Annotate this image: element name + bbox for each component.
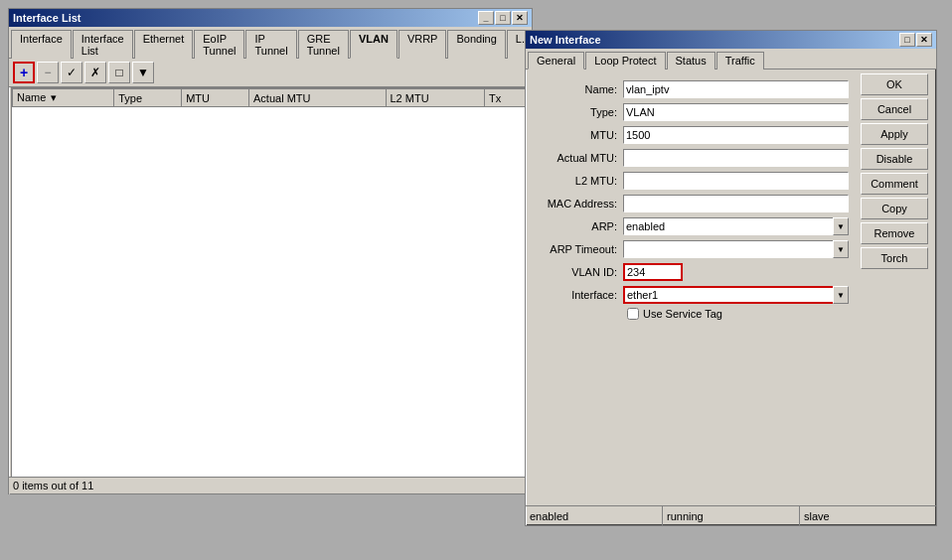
interface-list-tab-bar: Interface Interface List Ethernet EoIP T…: [9, 27, 532, 59]
dialog-status-bar: enabled running slave: [526, 505, 936, 525]
vlan-id-row: VLAN ID:: [534, 262, 849, 282]
name-input[interactable]: [623, 80, 849, 98]
arp-timeout-label: ARP Timeout:: [534, 243, 623, 255]
tab-vlan[interactable]: VLAN: [350, 30, 397, 59]
comment-button[interactable]: □: [108, 62, 130, 83]
check-button[interactable]: ✓: [61, 62, 82, 83]
type-input[interactable]: [623, 103, 849, 121]
status-slave: slave: [800, 506, 936, 525]
arp-select[interactable]: enabled disabled proxy-arp reply-only: [623, 217, 849, 235]
cancel-button[interactable]: Cancel: [861, 98, 928, 120]
dialog-close-button[interactable]: ✕: [916, 33, 932, 47]
use-service-tag-row: Use Service Tag: [627, 308, 849, 320]
dialog-body: General Loop Protect Status Traffic Name…: [526, 49, 936, 525]
comment-button[interactable]: Comment: [861, 173, 928, 195]
dialog-tab-traffic[interactable]: Traffic: [716, 52, 764, 70]
col-tx[interactable]: Tx: [485, 89, 529, 107]
mac-address-row: MAC Address:: [534, 194, 849, 213]
add-button[interactable]: +: [13, 62, 35, 83]
col-l2-mtu[interactable]: L2 MTU: [386, 89, 485, 107]
actual-mtu-label: Actual MTU:: [534, 152, 623, 164]
actual-mtu-row: Actual MTU:: [534, 148, 849, 168]
use-service-tag-checkbox[interactable]: [627, 308, 639, 320]
interface-row: Interface: ▼: [534, 285, 849, 305]
maximize-button[interactable]: □: [495, 11, 511, 25]
status-text: 0 items out of 11: [13, 480, 93, 491]
tab-ip-tunnel[interactable]: IP Tunnel: [245, 30, 296, 59]
remove-button[interactable]: Remove: [861, 222, 928, 244]
l2-mtu-input[interactable]: [623, 172, 849, 190]
status-enabled: enabled: [526, 506, 663, 525]
arp-row: ARP: enabled disabled proxy-arp reply-on…: [534, 216, 849, 236]
uncheck-button[interactable]: ✗: [84, 62, 106, 83]
tab-vrrp[interactable]: VRRP: [398, 30, 447, 59]
new-interface-titlebar: New Interface □ ✕: [526, 31, 936, 49]
l2-mtu-label: L2 MTU:: [534, 175, 623, 187]
interface-input[interactable]: [623, 286, 849, 304]
minimize-button[interactable]: _: [478, 11, 494, 25]
mac-address-label: MAC Address:: [534, 198, 623, 210]
titlebar-buttons: _ □ ✕: [478, 11, 528, 25]
mtu-label: MTU:: [534, 129, 623, 141]
arp-timeout-select-wrap: ▼: [623, 240, 849, 258]
type-row: Type:: [534, 102, 849, 122]
actual-mtu-input[interactable]: [623, 149, 849, 167]
tab-gre-tunnel[interactable]: GRE Tunnel: [298, 30, 349, 59]
tab-interface-list[interactable]: Interface List: [73, 30, 133, 59]
dialog-tab-bar: General Loop Protect Status Traffic: [526, 49, 936, 70]
type-label: Type:: [534, 106, 623, 118]
arp-select-wrap: enabled disabled proxy-arp reply-only ▼: [623, 217, 849, 235]
tab-bonding[interactable]: Bonding: [447, 30, 505, 59]
col-actual-mtu[interactable]: Actual MTU: [249, 89, 386, 107]
dialog-maximize-button[interactable]: □: [899, 33, 915, 47]
name-row: Name:: [534, 79, 849, 99]
interface-select-wrap: ▼: [623, 286, 849, 304]
apply-button[interactable]: Apply: [861, 123, 928, 145]
mtu-input[interactable]: [623, 126, 849, 144]
tab-eoip-tunnel[interactable]: EoIP Tunnel: [194, 30, 244, 59]
interface-table-area: Name ▾ Type MTU Actual MTU L2 MTU Tx: [11, 87, 530, 480]
use-service-tag-label: Use Service Tag: [643, 308, 722, 320]
interface-list-window: Interface List _ □ ✕ Interface Interface…: [8, 8, 533, 494]
disable-button[interactable]: Disable: [861, 148, 928, 170]
status-running: running: [663, 506, 800, 525]
form-content: Name: Type: MTU: Actual MTU:: [530, 73, 853, 326]
mtu-row: MTU:: [534, 125, 849, 145]
tab-interface[interactable]: Interface: [11, 30, 72, 59]
col-mtu[interactable]: MTU: [182, 89, 249, 107]
dialog-titlebar-buttons: □ ✕: [899, 33, 932, 47]
vlan-id-input[interactable]: [623, 263, 683, 281]
arp-timeout-input[interactable]: [623, 240, 849, 258]
col-name[interactable]: Name ▾: [13, 89, 114, 107]
interface-table: Name ▾ Type MTU Actual MTU L2 MTU Tx: [12, 88, 529, 107]
mac-address-input[interactable]: [623, 195, 849, 212]
dialog-main: Name: Type: MTU: Actual MTU:: [526, 70, 936, 505]
arp-timeout-row: ARP Timeout: ▼: [534, 239, 849, 259]
dialog-form-area: Name: Type: MTU: Actual MTU:: [526, 70, 857, 505]
arp-label: ARP:: [534, 220, 623, 232]
interface-list-toolbar: + − ✓ ✗ □ ▼: [9, 59, 532, 87]
dialog-tab-loop-protect[interactable]: Loop Protect: [585, 52, 665, 70]
close-button[interactable]: ✕: [512, 11, 528, 25]
l2-mtu-row: L2 MTU:: [534, 171, 849, 191]
copy-button[interactable]: Copy: [861, 198, 928, 219]
new-interface-dialog: New Interface □ ✕ General Loop Protect S…: [525, 30, 937, 526]
dialog-tab-status[interactable]: Status: [667, 52, 715, 70]
interface-list-content: Interface Interface List Ethernet EoIP T…: [9, 27, 532, 493]
filter-button[interactable]: ▼: [132, 62, 154, 83]
ok-button[interactable]: OK: [861, 73, 928, 95]
name-label: Name:: [534, 83, 623, 95]
remove-button[interactable]: −: [37, 62, 59, 83]
interface-list-title: Interface List: [13, 12, 80, 24]
vlan-id-label: VLAN ID:: [534, 266, 623, 278]
interface-list-titlebar: Interface List _ □ ✕: [9, 9, 532, 27]
dialog-buttons-area: OK Cancel Apply Disable Comment Copy Rem…: [857, 70, 936, 505]
tab-ethernet[interactable]: Ethernet: [134, 30, 194, 59]
interface-list-status-bar: 0 items out of 11: [9, 477, 532, 493]
new-interface-title: New Interface: [530, 34, 601, 46]
dialog-tab-general[interactable]: General: [528, 52, 584, 70]
interface-label: Interface:: [534, 289, 623, 301]
col-type[interactable]: Type: [114, 89, 182, 107]
torch-button[interactable]: Torch: [861, 247, 928, 269]
